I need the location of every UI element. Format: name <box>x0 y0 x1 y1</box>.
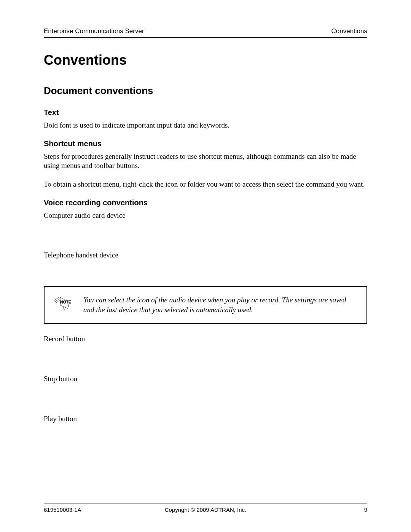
shortcut-paragraph-1: Steps for procedures generally instruct … <box>44 152 367 171</box>
voice-item-telephone: Telephone handset device <box>44 251 367 260</box>
footer-page-number: 9 <box>364 506 367 513</box>
voice-heading: Voice recording conventions <box>44 198 367 207</box>
voice-item-record: Record button <box>44 334 367 344</box>
voice-item-stop: Stop button <box>44 374 367 384</box>
document-page: Enterprise Communications Server Convent… <box>0 0 411 532</box>
text-heading: Text <box>44 108 367 117</box>
page-header: Enterprise Communications Server Convent… <box>44 27 367 38</box>
text-paragraph: Bold font is used to indicate important … <box>44 121 367 130</box>
note-icon: NOTE <box>53 295 73 313</box>
page-footer: 619510003-1A Copyright © 2009 ADTRAN, In… <box>44 503 367 513</box>
page-title-h1: Conventions <box>44 52 367 68</box>
note-text: You can select the icon of the audio dev… <box>83 295 358 315</box>
shortcut-heading: Shortcut menus <box>44 139 367 148</box>
svg-line-2 <box>56 300 60 304</box>
voice-item-computer-audio: Computer audio card device <box>44 211 367 220</box>
footer-copyright: Copyright © 2009 ADTRAN, Inc. <box>165 506 246 513</box>
footer-doc-id: 619510003-1A <box>44 506 81 513</box>
svg-line-0 <box>54 297 59 301</box>
voice-item-play: Play button <box>44 414 367 424</box>
shortcut-paragraph-2: To obtain a shortcut menu, right-click t… <box>44 180 367 189</box>
svg-line-1 <box>55 299 59 302</box>
header-right: Conventions <box>331 27 367 35</box>
note-callout: NOTE You can select the icon of the audi… <box>44 286 367 324</box>
note-label-text: NOTE <box>60 300 71 304</box>
section-title-h2: Document conventions <box>44 85 367 97</box>
header-left: Enterprise Communications Server <box>44 27 144 35</box>
